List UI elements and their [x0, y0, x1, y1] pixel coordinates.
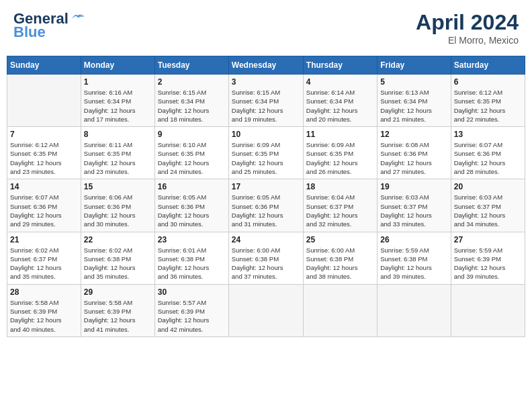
- day-cell: 14Sunrise: 6:07 AMSunset: 6:36 PMDayligh…: [7, 179, 81, 232]
- day-info: Sunrise: 6:04 AMSunset: 6:37 PMDaylight:…: [306, 193, 374, 228]
- day-info: Sunrise: 6:00 AMSunset: 6:38 PMDaylight:…: [306, 246, 374, 281]
- day-cell: 23Sunrise: 6:01 AMSunset: 6:38 PMDayligh…: [154, 232, 228, 284]
- header-row: SundayMondayTuesdayWednesdayThursdayFrid…: [7, 56, 525, 75]
- title-block: April 2024 El Morro, Mexico: [416, 10, 519, 46]
- week-row-3: 14Sunrise: 6:07 AMSunset: 6:36 PMDayligh…: [7, 179, 525, 232]
- day-info: Sunrise: 6:09 AMSunset: 6:35 PMDaylight:…: [232, 140, 300, 176]
- day-cell: 6Sunrise: 6:12 AMSunset: 6:35 PMDaylight…: [451, 75, 525, 127]
- logo-bird-icon: [71, 12, 85, 24]
- col-tuesday: Tuesday: [154, 56, 228, 75]
- day-number: 20: [454, 182, 522, 191]
- day-info: Sunrise: 6:07 AMSunset: 6:36 PMDaylight:…: [10, 193, 78, 228]
- day-cell: 25Sunrise: 6:00 AMSunset: 6:38 PMDayligh…: [303, 232, 377, 284]
- day-cell: [228, 284, 303, 336]
- day-cell: 2Sunrise: 6:15 AMSunset: 6:34 PMDaylight…: [154, 75, 228, 127]
- day-cell: 13Sunrise: 6:07 AMSunset: 6:36 PMDayligh…: [451, 127, 525, 179]
- day-cell: 26Sunrise: 5:59 AMSunset: 6:38 PMDayligh…: [378, 232, 451, 284]
- day-number: 15: [84, 182, 152, 191]
- day-cell: 15Sunrise: 6:06 AMSunset: 6:36 PMDayligh…: [81, 179, 154, 232]
- day-info: Sunrise: 6:10 AMSunset: 6:35 PMDaylight:…: [158, 140, 226, 176]
- col-monday: Monday: [81, 56, 154, 75]
- day-number: 27: [454, 235, 522, 244]
- day-cell: 9Sunrise: 6:10 AMSunset: 6:35 PMDaylight…: [154, 127, 228, 179]
- day-cell: 4Sunrise: 6:14 AMSunset: 6:34 PMDaylight…: [303, 75, 377, 127]
- day-info: Sunrise: 6:11 AMSunset: 6:35 PMDaylight:…: [84, 140, 152, 176]
- location: El Morro, Mexico: [416, 35, 519, 46]
- day-info: Sunrise: 6:05 AMSunset: 6:36 PMDaylight:…: [158, 193, 226, 228]
- day-info: Sunrise: 5:59 AMSunset: 6:38 PMDaylight:…: [380, 246, 447, 281]
- logo-blue: Blue: [13, 24, 46, 41]
- day-cell: [378, 284, 451, 336]
- day-cell: 30Sunrise: 5:57 AMSunset: 6:39 PMDayligh…: [154, 284, 228, 336]
- day-info: Sunrise: 6:15 AMSunset: 6:34 PMDaylight:…: [232, 88, 300, 124]
- col-thursday: Thursday: [303, 56, 377, 75]
- day-number: 14: [10, 182, 78, 191]
- day-number: 3: [232, 77, 300, 87]
- day-number: 18: [306, 182, 374, 191]
- day-info: Sunrise: 6:12 AMSunset: 6:35 PMDaylight:…: [10, 140, 78, 176]
- day-cell: 1Sunrise: 6:16 AMSunset: 6:34 PMDaylight…: [81, 75, 154, 127]
- day-number: 11: [306, 130, 374, 139]
- day-cell: 19Sunrise: 6:03 AMSunset: 6:37 PMDayligh…: [378, 179, 451, 232]
- day-info: Sunrise: 6:02 AMSunset: 6:38 PMDaylight:…: [84, 246, 152, 281]
- day-info: Sunrise: 6:08 AMSunset: 6:36 PMDaylight:…: [380, 140, 447, 176]
- day-cell: [7, 75, 81, 127]
- day-cell: 18Sunrise: 6:04 AMSunset: 6:37 PMDayligh…: [303, 179, 377, 232]
- day-info: Sunrise: 6:03 AMSunset: 6:37 PMDaylight:…: [380, 193, 447, 228]
- col-sunday: Sunday: [7, 56, 81, 75]
- day-cell: 8Sunrise: 6:11 AMSunset: 6:35 PMDaylight…: [81, 127, 154, 179]
- week-row-4: 21Sunrise: 6:02 AMSunset: 6:37 PMDayligh…: [7, 232, 525, 284]
- day-number: 9: [158, 130, 226, 139]
- day-number: 25: [306, 235, 374, 244]
- day-number: 13: [454, 130, 522, 139]
- day-number: 2: [158, 77, 226, 87]
- day-cell: 20Sunrise: 6:03 AMSunset: 6:37 PMDayligh…: [451, 179, 525, 232]
- day-cell: 27Sunrise: 5:59 AMSunset: 6:39 PMDayligh…: [451, 232, 525, 284]
- day-info: Sunrise: 6:02 AMSunset: 6:37 PMDaylight:…: [10, 246, 78, 281]
- day-info: Sunrise: 6:00 AMSunset: 6:38 PMDaylight:…: [232, 246, 300, 281]
- week-row-1: 1Sunrise: 6:16 AMSunset: 6:34 PMDaylight…: [7, 75, 525, 127]
- day-cell: 7Sunrise: 6:12 AMSunset: 6:35 PMDaylight…: [7, 127, 81, 179]
- week-row-2: 7Sunrise: 6:12 AMSunset: 6:35 PMDaylight…: [7, 127, 525, 179]
- day-number: 17: [232, 182, 300, 191]
- day-cell: 21Sunrise: 6:02 AMSunset: 6:37 PMDayligh…: [7, 232, 81, 284]
- day-info: Sunrise: 6:03 AMSunset: 6:37 PMDaylight:…: [454, 193, 522, 228]
- day-cell: 10Sunrise: 6:09 AMSunset: 6:35 PMDayligh…: [228, 127, 303, 179]
- day-info: Sunrise: 5:58 AMSunset: 6:39 PMDaylight:…: [10, 298, 78, 334]
- day-number: 7: [10, 130, 78, 139]
- day-number: 8: [84, 130, 152, 139]
- day-info: Sunrise: 5:58 AMSunset: 6:39 PMDaylight:…: [84, 298, 152, 334]
- day-info: Sunrise: 6:15 AMSunset: 6:34 PMDaylight:…: [158, 88, 226, 124]
- day-cell: 12Sunrise: 6:08 AMSunset: 6:36 PMDayligh…: [378, 127, 451, 179]
- day-cell: 22Sunrise: 6:02 AMSunset: 6:38 PMDayligh…: [81, 232, 154, 284]
- day-info: Sunrise: 5:59 AMSunset: 6:39 PMDaylight:…: [454, 246, 522, 281]
- page-header: General Blue April 2024 El Morro, Mexico: [7, 7, 525, 49]
- day-cell: 24Sunrise: 6:00 AMSunset: 6:38 PMDayligh…: [228, 232, 303, 284]
- day-number: 21: [10, 235, 78, 244]
- day-info: Sunrise: 6:05 AMSunset: 6:36 PMDaylight:…: [232, 193, 300, 228]
- day-cell: 17Sunrise: 6:05 AMSunset: 6:36 PMDayligh…: [228, 179, 303, 232]
- day-number: 24: [232, 235, 300, 244]
- month-title: April 2024: [416, 10, 519, 35]
- day-number: 6: [454, 77, 522, 87]
- day-cell: 28Sunrise: 5:58 AMSunset: 6:39 PMDayligh…: [7, 284, 81, 336]
- day-number: 19: [380, 182, 447, 191]
- day-info: Sunrise: 6:14 AMSunset: 6:34 PMDaylight:…: [306, 88, 374, 124]
- day-info: Sunrise: 6:07 AMSunset: 6:36 PMDaylight:…: [454, 140, 522, 176]
- day-info: Sunrise: 6:09 AMSunset: 6:35 PMDaylight:…: [306, 140, 374, 176]
- day-number: 30: [158, 287, 226, 297]
- day-info: Sunrise: 6:12 AMSunset: 6:35 PMDaylight:…: [454, 88, 522, 124]
- day-number: 29: [84, 287, 152, 297]
- day-number: 4: [306, 77, 374, 87]
- day-info: Sunrise: 6:13 AMSunset: 6:34 PMDaylight:…: [380, 88, 447, 124]
- logo: General Blue: [13, 10, 85, 41]
- day-info: Sunrise: 6:01 AMSunset: 6:38 PMDaylight:…: [158, 246, 226, 281]
- day-number: 22: [84, 235, 152, 244]
- day-number: 12: [380, 130, 447, 139]
- day-cell: [451, 284, 525, 336]
- day-cell: [303, 284, 377, 336]
- day-cell: 11Sunrise: 6:09 AMSunset: 6:35 PMDayligh…: [303, 127, 377, 179]
- day-cell: 3Sunrise: 6:15 AMSunset: 6:34 PMDaylight…: [228, 75, 303, 127]
- col-saturday: Saturday: [451, 56, 525, 75]
- day-number: 5: [380, 77, 447, 87]
